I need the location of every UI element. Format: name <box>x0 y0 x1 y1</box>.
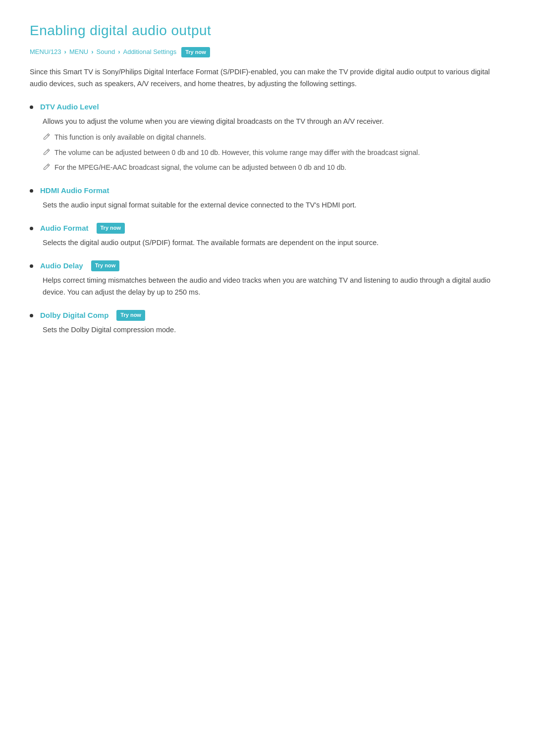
list-item: Audio Delay Try now Helps correct timing… <box>30 260 505 299</box>
bullet-dot <box>30 264 33 268</box>
breadcrumb-sep-2: › <box>91 47 93 57</box>
list-item: Audio Format Try now Selects the digital… <box>30 222 505 249</box>
list-item: DTV Audio Level Allows you to adjust the… <box>30 101 505 174</box>
breadcrumb-menu123[interactable]: MENU/123 <box>30 47 61 57</box>
note-text-2: The volume can be adjusted between 0 db … <box>54 147 420 158</box>
item-body-dtv-audio-level: Allows you to adjust the volume when you… <box>43 116 505 128</box>
dolby-digital-comp-try-now-badge[interactable]: Try now <box>116 310 145 321</box>
item-body-audio-delay: Helps correct timing mismatches between … <box>43 275 505 299</box>
list-item: HDMI Audio Format Sets the audio input s… <box>30 185 505 211</box>
list-item: Dolby Digital Comp Try now Sets the Dolb… <box>30 309 505 336</box>
breadcrumb-sound[interactable]: Sound <box>97 47 115 57</box>
breadcrumb-sep-1: › <box>64 47 66 57</box>
item-title-audio-delay: Audio Delay <box>40 260 83 272</box>
breadcrumb-try-now-badge[interactable]: Try now <box>181 47 210 58</box>
bullet-dot <box>30 105 33 109</box>
item-title-audio-format: Audio Format <box>40 222 89 234</box>
audio-format-try-now-badge[interactable]: Try now <box>97 223 125 234</box>
note-item: This function is only available on digit… <box>43 132 505 144</box>
bullet-dot <box>30 314 33 317</box>
note-text-1: This function is only available on digit… <box>54 132 206 143</box>
item-title-dtv-audio-level: DTV Audio Level <box>40 101 99 113</box>
bullet-dot <box>30 189 33 193</box>
note-text-3: For the MPEG/HE-AAC broadcast signal, th… <box>54 162 346 173</box>
bullet-list: DTV Audio Level Allows you to adjust the… <box>30 101 505 336</box>
bullet-dot <box>30 227 33 230</box>
item-title-hdmi-audio-format: HDMI Audio Format <box>40 185 109 197</box>
breadcrumb-additional-settings[interactable]: Additional Settings <box>123 47 176 57</box>
breadcrumb-sep-3: › <box>118 47 120 57</box>
item-body-hdmi-audio-format: Sets the audio input signal format suita… <box>43 200 505 211</box>
pencil-icon <box>43 163 51 174</box>
note-item: The volume can be adjusted between 0 db … <box>43 147 505 159</box>
item-body-audio-format: Selects the digital audio output (S/PDIF… <box>43 237 505 249</box>
pencil-icon <box>43 133 51 144</box>
breadcrumb-menu[interactable]: MENU <box>69 47 88 57</box>
pencil-icon <box>43 148 51 159</box>
audio-delay-try-now-badge[interactable]: Try now <box>91 260 120 271</box>
note-item: For the MPEG/HE-AAC broadcast signal, th… <box>43 162 505 174</box>
item-body-dolby-digital-comp: Sets the Dolby Digital compression mode. <box>43 324 505 336</box>
intro-text: Since this Smart TV is Sony/Philips Digi… <box>30 66 505 90</box>
item-title-dolby-digital-comp: Dolby Digital Comp <box>40 309 108 321</box>
breadcrumb: MENU/123 › MENU › Sound › Additional Set… <box>30 47 505 58</box>
notes-list: This function is only available on digit… <box>43 132 505 174</box>
page-title: Enabling digital audio output <box>30 20 505 42</box>
